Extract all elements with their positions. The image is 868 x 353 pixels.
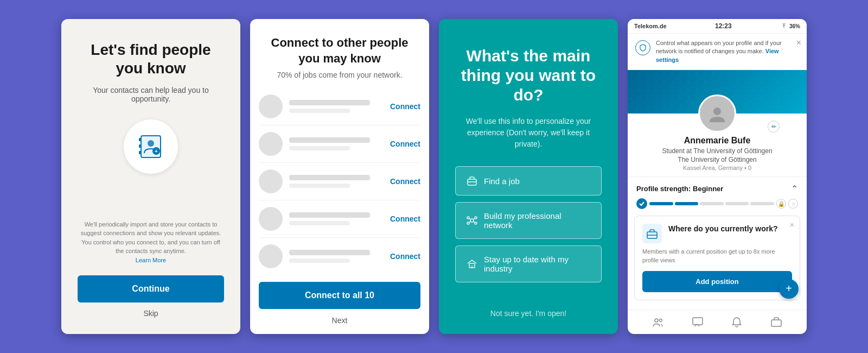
screen2-header: Connect to other people you may know 70%…	[250, 19, 429, 88]
progress-bar: 🔒 ☆	[636, 198, 798, 209]
work-card-desc: Members with a current position get up t…	[642, 248, 792, 264]
profile-title: Student at The University of Göttingen	[636, 147, 798, 155]
contact-title-bar	[289, 184, 350, 188]
lock-icon: 🔒	[776, 199, 786, 209]
screen-find-people: Let's find people you know Your contacts…	[61, 19, 240, 334]
svg-point-20	[713, 108, 721, 115]
profile-avatar-wrap: ✏	[628, 94, 807, 133]
shield-svg	[639, 44, 647, 52]
shield-icon	[635, 40, 650, 55]
contact-title-bar	[289, 259, 350, 263]
connect-button-1[interactable]: Connect	[390, 102, 420, 111]
work-card-header: Where do you currently work?	[642, 224, 792, 243]
screens-container: Let's find people you know Your contacts…	[50, 8, 818, 345]
screen-connect-people: Connect to other people you may know 70%…	[250, 19, 429, 334]
svg-line-15	[474, 218, 475, 219]
briefcase-icon	[467, 175, 477, 186]
chevron-up-icon[interactable]: ⌃	[791, 184, 798, 194]
work-card-title: Where do you currently work?	[668, 224, 777, 234]
star-icon: ☆	[788, 199, 798, 209]
nav-bell-icon[interactable]	[730, 316, 743, 329]
work-card-close[interactable]: ×	[790, 220, 794, 229]
svg-point-4	[148, 140, 154, 147]
connect-button-3[interactable]: Connect	[390, 177, 420, 186]
svg-point-23	[655, 319, 658, 322]
strength-label: Profile strength: Beginner	[636, 185, 723, 193]
contact-name-bar	[289, 100, 370, 105]
bottom-nav	[628, 310, 807, 334]
svg-text:+: +	[155, 148, 158, 154]
nav-people-icon[interactable]	[652, 316, 665, 329]
contacts-icon-circle: +	[124, 119, 178, 174]
battery-label: 36%	[789, 23, 800, 29]
connect-button-2[interactable]: Connect	[390, 140, 420, 148]
svg-rect-26	[771, 320, 781, 326]
option-find-job[interactable]: Find a job	[455, 166, 602, 196]
connect-all-button[interactable]: Connect to all 10	[259, 282, 420, 309]
status-icons: 36%	[780, 23, 800, 29]
nav-chat-icon[interactable]	[691, 316, 704, 329]
learn-more-link[interactable]: Learn More	[136, 257, 166, 263]
connect-button-5[interactable]: Connect	[390, 252, 420, 261]
time-label: 12:23	[715, 22, 732, 30]
contact-title-bar	[289, 109, 350, 113]
network-label: Build my professional network	[484, 211, 590, 230]
contact-info	[289, 212, 390, 225]
svg-point-10	[467, 217, 469, 219]
screen2-footer: Connect to all 10 Next	[250, 273, 429, 334]
find-job-label: Find a job	[484, 177, 520, 186]
edit-profile-icon[interactable]: ✏	[768, 121, 780, 133]
screen2-subtitle: 70% of jobs come from your network.	[263, 71, 416, 79]
contact-info	[289, 100, 390, 113]
option-industry[interactable]: Stay up to date with my industry	[455, 245, 602, 282]
svg-rect-2	[139, 144, 141, 148]
screen-profile: Telekom.de 12:23 36% Control what appear…	[628, 19, 807, 334]
contact-item: Connect	[259, 163, 420, 200]
next-button[interactable]: Next	[259, 316, 420, 325]
carrier-label: Telekom.de	[634, 23, 667, 29]
contact-name-bar	[289, 175, 370, 180]
fab-plus-button[interactable]: +	[779, 279, 799, 299]
nav-briefcase-icon[interactable]	[770, 316, 783, 329]
contact-info	[289, 137, 390, 150]
screen3-desc: We'll use this info to personalize your …	[455, 116, 602, 150]
status-bar: Telekom.de 12:23 36%	[628, 19, 807, 34]
option-network[interactable]: Build my professional network	[455, 202, 602, 239]
screen1-legal: We'll periodically import and store your…	[78, 220, 224, 265]
svg-line-16	[469, 222, 470, 223]
svg-rect-25	[693, 318, 703, 325]
contact-title-bar	[289, 221, 350, 225]
check-icon	[639, 200, 645, 207]
work-card: × Where do you currently work? Members w…	[634, 216, 800, 300]
svg-rect-19	[471, 266, 473, 268]
segment-2	[675, 202, 699, 205]
profile-name: Annemarie Bufe	[636, 136, 798, 146]
connect-button-4[interactable]: Connect	[390, 215, 420, 223]
not-sure-text[interactable]: Not sure yet. I'm open!	[490, 309, 566, 318]
contact-avatar	[259, 132, 283, 156]
notification-text: Control what appears on your profile and…	[656, 39, 799, 64]
industry-label: Stay up to date with my industry	[484, 255, 590, 273]
svg-rect-1	[139, 138, 141, 141]
avatar-icon	[707, 104, 727, 123]
continue-button[interactable]: Continue	[78, 275, 224, 302]
contact-avatar	[259, 169, 283, 193]
contact-item: Connect	[259, 125, 420, 163]
house-icon	[467, 259, 477, 269]
segment-1	[649, 202, 673, 205]
strength-header: Profile strength: Beginner ⌃	[636, 184, 798, 194]
svg-point-9	[470, 219, 474, 222]
contact-info	[289, 250, 390, 263]
segment-4	[725, 202, 749, 205]
svg-line-17	[474, 222, 475, 223]
contacts-icon: +	[137, 133, 165, 161]
notification-close[interactable]: ×	[796, 38, 801, 48]
contact-title-bar	[289, 146, 350, 150]
contact-name-bar	[289, 250, 370, 255]
svg-point-24	[660, 319, 662, 322]
profile-location: Kassel Area, Germany • 0	[636, 165, 798, 171]
profile-university: The University of Göttingen	[636, 156, 798, 163]
skip-button[interactable]: Skip	[78, 309, 224, 318]
add-position-button[interactable]: Add position	[642, 271, 792, 292]
contact-avatar	[259, 244, 283, 268]
